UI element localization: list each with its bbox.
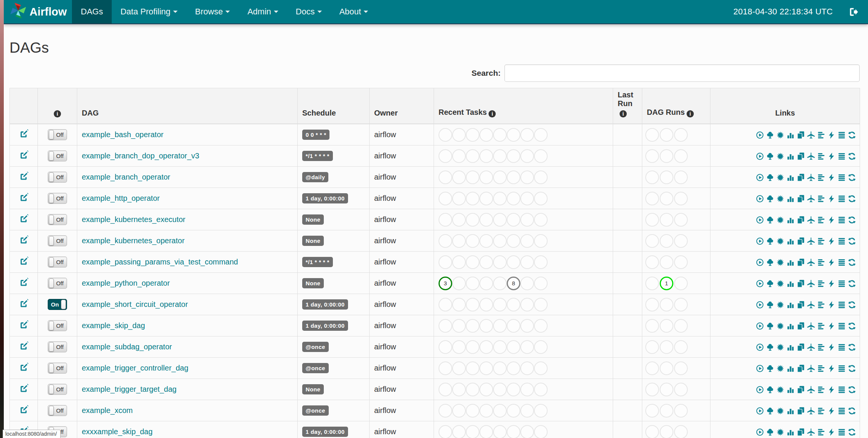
gantt-view-icon[interactable]	[817, 131, 825, 139]
edit-dag-icon[interactable]	[19, 405, 29, 415]
task-duration-icon[interactable]	[787, 428, 795, 436]
logs-icon[interactable]	[838, 301, 846, 309]
code-view-icon[interactable]	[827, 258, 835, 266]
logs-icon[interactable]	[838, 152, 846, 160]
refresh-icon[interactable]	[848, 216, 856, 224]
tree-view-icon[interactable]	[766, 322, 774, 330]
logs-icon[interactable]	[838, 322, 846, 330]
logs-icon[interactable]	[838, 364, 846, 372]
dag-pause-toggle[interactable]: Off	[48, 278, 67, 289]
refresh-icon[interactable]	[848, 343, 856, 351]
code-view-icon[interactable]	[827, 301, 835, 309]
gantt-view-icon[interactable]	[817, 428, 825, 436]
code-view-icon[interactable]	[827, 428, 835, 436]
gantt-view-icon[interactable]	[817, 407, 825, 415]
dag-link[interactable]: example_skip_dag	[82, 321, 145, 330]
refresh-icon[interactable]	[848, 258, 856, 266]
graph-view-icon[interactable]	[776, 301, 784, 309]
refresh-icon[interactable]	[848, 237, 856, 245]
task-tries-icon[interactable]	[797, 364, 805, 372]
trigger-dag-icon[interactable]	[756, 301, 764, 309]
nav-item-browse[interactable]: Browse	[186, 0, 239, 23]
code-view-icon[interactable]	[827, 364, 835, 372]
refresh-icon[interactable]	[848, 174, 856, 181]
nav-item-docs[interactable]: Docs	[287, 0, 331, 23]
graph-view-icon[interactable]	[776, 280, 784, 288]
edit-dag-icon[interactable]	[19, 320, 29, 330]
task-duration-icon[interactable]	[787, 322, 795, 330]
gantt-view-icon[interactable]	[817, 280, 825, 288]
dag-pause-toggle[interactable]: Off	[48, 172, 67, 183]
dag-pause-toggle[interactable]: Off	[48, 363, 67, 374]
tree-view-icon[interactable]	[766, 216, 774, 224]
code-view-icon[interactable]	[827, 174, 835, 181]
gantt-view-icon[interactable]	[817, 195, 825, 203]
task-tries-icon[interactable]	[797, 407, 805, 415]
graph-view-icon[interactable]	[776, 237, 784, 245]
dag-link[interactable]: example_python_operator	[82, 279, 170, 287]
trigger-dag-icon[interactable]	[756, 195, 764, 203]
trigger-dag-icon[interactable]	[756, 131, 764, 139]
task-tries-icon[interactable]	[797, 343, 805, 351]
tree-view-icon[interactable]	[766, 301, 774, 309]
task-duration-icon[interactable]	[787, 216, 795, 224]
graph-view-icon[interactable]	[776, 322, 784, 330]
dag-pause-toggle[interactable]: Off	[48, 235, 67, 246]
dag-pause-toggle[interactable]: Off	[48, 150, 67, 161]
refresh-icon[interactable]	[848, 322, 856, 330]
landing-times-icon[interactable]	[807, 343, 815, 351]
edit-dag-icon[interactable]	[19, 299, 29, 308]
landing-times-icon[interactable]	[807, 386, 815, 394]
dag-pause-toggle[interactable]: Off	[48, 384, 67, 395]
graph-view-icon[interactable]	[776, 386, 784, 394]
code-view-icon[interactable]	[827, 280, 835, 288]
task-tries-icon[interactable]	[797, 428, 805, 436]
search-input[interactable]	[504, 64, 860, 82]
code-view-icon[interactable]	[827, 407, 835, 415]
gantt-view-icon[interactable]	[817, 386, 825, 394]
dag-link[interactable]: example_kubernetes_operator	[82, 236, 184, 245]
refresh-icon[interactable]	[848, 195, 856, 203]
tree-view-icon[interactable]	[766, 428, 774, 436]
gantt-view-icon[interactable]	[817, 364, 825, 372]
task-duration-icon[interactable]	[787, 195, 795, 203]
refresh-icon[interactable]	[848, 364, 856, 372]
code-view-icon[interactable]	[827, 386, 835, 394]
graph-view-icon[interactable]	[776, 428, 784, 436]
recent-task-state-circle[interactable]: 3	[439, 277, 452, 290]
task-duration-icon[interactable]	[787, 407, 795, 415]
logs-icon[interactable]	[838, 237, 846, 245]
edit-dag-icon[interactable]	[19, 171, 29, 181]
refresh-icon[interactable]	[848, 301, 856, 309]
refresh-icon[interactable]	[848, 152, 856, 160]
trigger-dag-icon[interactable]	[756, 280, 764, 288]
logs-icon[interactable]	[838, 407, 846, 415]
task-tries-icon[interactable]	[797, 237, 805, 245]
edit-dag-icon[interactable]	[19, 256, 29, 266]
code-view-icon[interactable]	[827, 195, 835, 203]
logs-icon[interactable]	[838, 258, 846, 266]
nav-item-admin[interactable]: Admin	[239, 0, 287, 23]
task-tries-icon[interactable]	[797, 195, 805, 203]
refresh-icon[interactable]	[848, 386, 856, 394]
nav-item-dags[interactable]: DAGs	[72, 0, 112, 23]
trigger-dag-icon[interactable]	[756, 364, 764, 372]
dag-link[interactable]: example_trigger_controller_dag	[82, 364, 188, 372]
landing-times-icon[interactable]	[807, 152, 815, 160]
task-tries-icon[interactable]	[797, 301, 805, 309]
gantt-view-icon[interactable]	[817, 343, 825, 351]
dag-link[interactable]: example_bash_operator	[82, 130, 164, 139]
graph-view-icon[interactable]	[776, 343, 784, 351]
trigger-dag-icon[interactable]	[756, 428, 764, 436]
dag-link[interactable]: example_xcom	[82, 406, 133, 415]
code-view-icon[interactable]	[827, 343, 835, 351]
landing-times-icon[interactable]	[807, 174, 815, 181]
dag-link[interactable]: example_trigger_target_dag	[82, 385, 176, 393]
dag-pause-toggle[interactable]: Off	[48, 320, 67, 331]
trigger-dag-icon[interactable]	[756, 386, 764, 394]
trigger-dag-icon[interactable]	[756, 322, 764, 330]
tree-view-icon[interactable]	[766, 174, 774, 181]
logs-icon[interactable]	[838, 386, 846, 394]
task-tries-icon[interactable]	[797, 152, 805, 160]
task-tries-icon[interactable]	[797, 216, 805, 224]
